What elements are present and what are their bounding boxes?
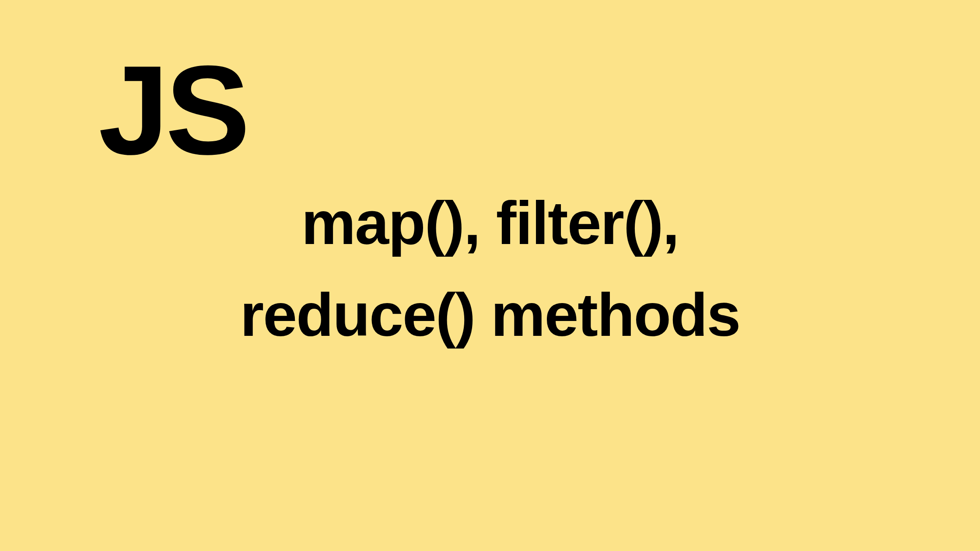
js-title: JS bbox=[98, 37, 247, 183]
subtitle-text: map(), filter(), reduce() methods bbox=[0, 177, 980, 361]
subtitle-line-2: reduce() methods bbox=[240, 280, 740, 349]
subtitle-line-1: map(), filter(), bbox=[301, 188, 679, 257]
